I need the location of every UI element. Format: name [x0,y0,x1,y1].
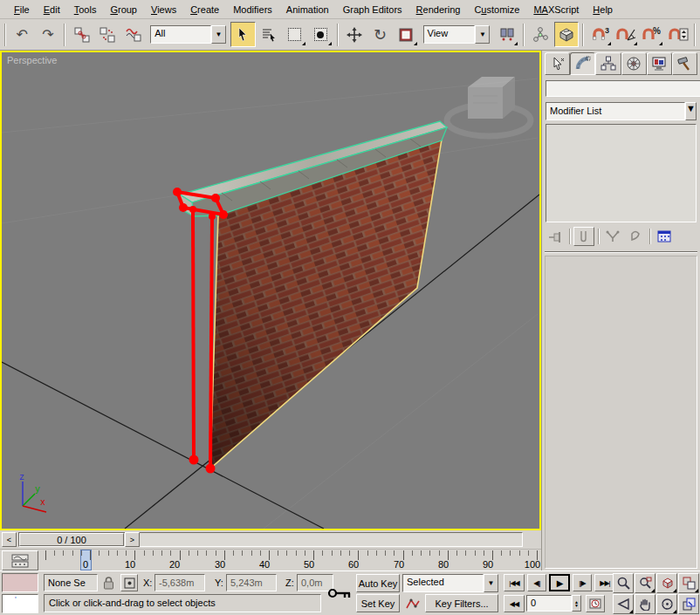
menu-animation[interactable]: Animation [279,2,336,17]
undo-button[interactable]: ↶ [10,22,35,47]
set-keys-button[interactable] [326,575,353,612]
maxscript-mini-listener-macro[interactable] [2,573,38,592]
time-slider-thumb[interactable]: 0 / 100 [19,533,124,546]
modify-tab-icon [575,56,591,72]
menu-help[interactable]: Help [586,2,620,17]
key-tangent-curve-icon [406,598,420,610]
x-coord-field[interactable]: -5,638m [154,574,205,591]
pan-button[interactable] [635,594,655,614]
select-and-scale-button[interactable] [394,22,419,47]
command-panel-tabs [545,52,697,75]
redo-button[interactable]: ↷ [36,22,61,47]
spinner-down-icon[interactable]: ▼ [574,604,579,607]
combo-arrow-icon[interactable]: ▼ [475,25,490,44]
time-configuration-button[interactable] [586,595,605,612]
use-pivot-point-center-button[interactable] [494,22,519,47]
tab-motion[interactable] [621,52,647,75]
select-and-move-button[interactable] [342,22,367,47]
unlink-selection-button[interactable] [95,22,120,47]
tab-utilities[interactable] [672,52,697,75]
menu-graph-editors[interactable]: Graph Editors [336,2,409,17]
scale-icon [398,27,414,43]
make-unique-button[interactable] [602,227,623,246]
tab-create[interactable] [545,52,570,75]
select-by-name-button[interactable] [257,22,282,47]
utilities-tab-icon [676,56,692,72]
zoom-extents-all-button[interactable] [678,573,699,593]
y-coord-field[interactable]: 5,243m [226,574,277,591]
arc-rotate-button[interactable] [656,594,677,614]
snaps-toggle-3d-button[interactable]: 3 [587,22,613,47]
menu-group[interactable]: Group [103,2,144,17]
frame-spinner[interactable]: ▲▼ [572,595,581,612]
previous-frame-arrow[interactable]: < [2,532,17,547]
keyboard-shortcut-override-toggle[interactable] [554,22,580,47]
maxscript-mini-listener[interactable]: ' [2,594,38,613]
open-mini-curve-editor-button[interactable] [2,550,38,571]
selection-filter-combo[interactable]: All ▼ [150,25,226,44]
set-key-button[interactable]: Set Key [356,594,400,612]
field-of-view-button[interactable] [613,594,634,614]
perspective-viewport[interactable]: Perspective [0,51,541,530]
arc-rotate-icon [661,598,674,611]
next-frame-button[interactable]: ||▶ [573,574,592,591]
tab-hierarchy[interactable] [595,52,621,75]
key-filters-button[interactable]: Key Filters... [425,594,498,612]
time-slider-track[interactable]: 0 / 100 [18,532,523,547]
angle-snap-toggle-button[interactable] [614,22,639,47]
menu-maxscript[interactable]: MAXScript [526,2,586,17]
show-end-result-button[interactable] [573,227,594,246]
select-and-manipulate-button[interactable] [528,22,553,47]
pin-stack-button[interactable] [545,227,566,246]
menu-file[interactable]: File [7,2,37,17]
key-mode-combo[interactable]: Selected ▼ [402,574,498,592]
combo-arrow-icon[interactable]: ▼ [211,25,226,44]
track-bar-ruler[interactable]: 0 10 20 30 40 50 60 70 80 90 100 [40,550,541,571]
key-mode-toggle-button[interactable]: ◀◀ [504,595,525,612]
menu-modifiers[interactable]: Modifiers [226,2,279,17]
toolbar-grip [4,24,6,46]
tick-label: 60 [348,559,359,570]
rotate-icon: ↻ [374,27,387,43]
spinner-snap-toggle-button[interactable] [665,22,690,47]
combo-arrow-icon[interactable]: ▼ [484,574,498,592]
next-frame-arrow[interactable]: > [125,532,140,547]
remove-modifier-button[interactable] [625,227,646,246]
menu-create[interactable]: Create [183,2,226,17]
object-name-field[interactable] [546,80,700,97]
separator [569,229,570,244]
viewport-label[interactable]: Perspective [7,55,57,65]
select-and-link-button[interactable] [69,22,94,47]
play-button[interactable]: ▶ [549,574,570,591]
zoom-all-button[interactable] [635,573,655,593]
ref-coord-system-combo[interactable]: View ▼ [423,25,491,44]
select-and-rotate-button[interactable]: ↻ [367,22,393,47]
previous-frame-button[interactable]: ◀|| [527,574,546,591]
menu-tools[interactable]: Tools [67,2,104,17]
menu-customize[interactable]: Customize [467,2,526,17]
window-crossing-button[interactable] [308,22,333,47]
percent-snap-toggle-button[interactable]: % [640,22,665,47]
bind-to-space-warp-button[interactable] [121,22,147,47]
absolute-mode-toggle[interactable] [120,574,138,591]
zoom-extents-button[interactable] [656,573,677,593]
combo-arrow-icon[interactable]: ▼ [685,102,697,120]
modifier-stack-list[interactable] [546,124,697,222]
selection-lock-toggle[interactable] [100,574,117,591]
zoom-button[interactable] [613,573,634,593]
go-to-start-button[interactable]: |◀◀ [504,574,525,591]
auto-key-button[interactable]: Auto Key [356,574,400,592]
menu-bar: File Edit Tools Group Views Create Modif… [0,0,700,19]
menu-rendering[interactable]: Rendering [409,2,468,17]
configure-modifier-sets-button[interactable] [654,227,675,246]
tab-modify[interactable] [570,52,595,75]
modifier-list-combo[interactable]: Modifier List ▼ [546,102,697,120]
current-frame-field[interactable]: 0 [526,595,572,612]
menu-views[interactable]: Views [144,2,183,17]
menu-edit[interactable]: Edit [37,2,67,17]
selection-region-button[interactable] [282,22,307,47]
default-in-out-tangents-button[interactable] [402,594,422,612]
tab-display[interactable] [647,52,672,75]
min-max-toggle-button[interactable] [678,594,699,614]
select-object-button[interactable] [230,22,256,47]
